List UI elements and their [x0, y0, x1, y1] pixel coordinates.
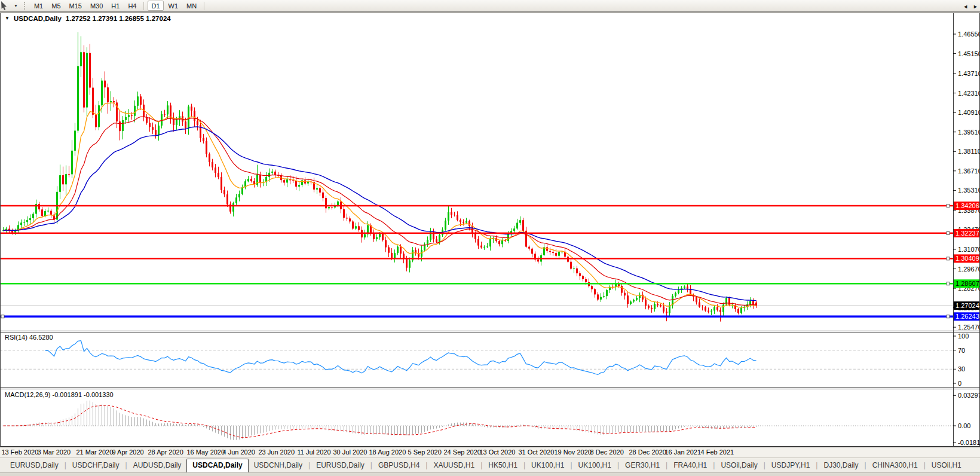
svg-text:1.25470: 1.25470	[958, 324, 980, 331]
svg-text:1.43710: 1.43710	[958, 70, 980, 77]
date-label: 5 Sep 2020	[408, 448, 442, 456]
timeframe-button-m5[interactable]: M5	[48, 1, 64, 11]
hline-1.34206[interactable]	[0, 205, 953, 207]
timeframe-button-m15[interactable]: M15	[66, 1, 85, 11]
price-tag-1.32237[interactable]: 1.32237	[954, 229, 979, 237]
date-label: 3 Mar 2020	[38, 448, 71, 456]
svg-text:1.38110: 1.38110	[958, 148, 980, 155]
chart-background	[0, 13, 980, 447]
date-label: 23 Jun 2020	[259, 448, 295, 456]
tab-scroll-left-icon[interactable]: ◄	[963, 4, 968, 10]
date-label: 4 Feb 2021	[701, 448, 734, 456]
date-label: 4 Jun 2020	[223, 448, 255, 456]
date-label: 16 May 2020	[187, 448, 225, 456]
timeframe-button-d1[interactable]: D1	[148, 1, 163, 11]
date-label: 18 Aug 2020	[369, 448, 406, 456]
svg-text:1.42310: 1.42310	[958, 90, 980, 97]
hline-handle[interactable]	[947, 205, 950, 208]
timeframe-button-mn[interactable]: MN	[183, 1, 200, 11]
price-tag-1.34206[interactable]: 1.34206	[954, 202, 979, 210]
chart-tab-usoil-h1[interactable]: USOil,H1	[926, 459, 967, 471]
svg-text:1.27024: 1.27024	[956, 302, 979, 309]
date-label: 13 Feb 2020	[2, 448, 39, 456]
svg-text:0.00: 0.00	[958, 422, 970, 429]
svg-text:100: 100	[958, 332, 969, 340]
toolbar-separator	[143, 2, 144, 10]
svg-text:0: 0	[958, 380, 961, 387]
chart-tab-usdcnh-daily[interactable]: USDCNH,Daily	[249, 459, 308, 471]
tab-scroll-right-icon[interactable]: ►	[973, 4, 978, 10]
date-label: 8 Dec 2020	[590, 448, 624, 456]
svg-text:1.36710: 1.36710	[958, 167, 980, 175]
timeframe-button-h4[interactable]: H4	[124, 1, 140, 11]
chart-tab-china300-h1[interactable]: CHINA300,H1	[867, 459, 923, 471]
toolbar-grip-handle[interactable]	[24, 2, 25, 10]
chart-tab-usdchf-daily[interactable]: USDCHF,Daily	[67, 459, 125, 471]
chart-tab-gbpusd-h4[interactable]: GBPUSD,H4	[373, 459, 425, 471]
chart-tab-usdjpy-h1[interactable]: USDJPY,H1	[766, 459, 815, 471]
hline-handle[interactable]	[1, 315, 4, 318]
chart-tab-usdcad-daily[interactable]: USDCAD,Daily	[186, 459, 248, 472]
svg-text:1.46550: 1.46550	[958, 30, 980, 38]
timeframe-button-m1[interactable]: M1	[30, 1, 47, 11]
date-label: 28 Dec 2020	[629, 448, 666, 456]
timeframe-toolbar: ▼ M1M5M15M30H1H4D1W1MN	[0, 0, 980, 12]
hline-1.30409[interactable]	[0, 258, 953, 260]
svg-text:1.28607: 1.28607	[956, 280, 979, 287]
toolbar-separator	[204, 2, 204, 10]
date-label: 16 Jan 2021	[665, 448, 702, 456]
cursor-tool-icon[interactable]	[1, 1, 13, 11]
chart-tab-eurusd-daily[interactable]: EURUSD,Daily	[5, 459, 64, 471]
svg-text:1.39510: 1.39510	[958, 129, 980, 136]
date-label: 19 Nov 2020	[555, 448, 592, 456]
chart-tab-usoil-daily[interactable]: USOil,Daily	[715, 459, 762, 471]
svg-text:1.40910: 1.40910	[958, 109, 980, 116]
date-label: 11 Jul 2020	[298, 448, 331, 456]
chart-tab-xauusd-h1[interactable]: XAUUSD,H1	[428, 459, 480, 471]
chart-tab-eurusd-daily[interactable]: EURUSD,Daily	[311, 459, 370, 471]
chart-tab-fra40-h1[interactable]: FRA40,H1	[668, 459, 712, 471]
timeframe-button-w1[interactable]: W1	[165, 1, 182, 11]
hline-handle[interactable]	[947, 282, 950, 285]
date-label: 21 Mar 2020	[76, 448, 114, 456]
chart-tab-audusd-daily[interactable]: AUDUSD,Daily	[128, 459, 187, 471]
svg-text:-0.018154: -0.018154	[958, 439, 980, 446]
window-bottom-strip	[0, 472, 980, 476]
hline-1.32237[interactable]	[0, 233, 953, 234]
svg-text:1.34206: 1.34206	[956, 202, 979, 209]
current-price-tag[interactable]: 1.27024	[954, 301, 979, 310]
date-label: 30 Jul 2020	[333, 448, 368, 456]
date-axis: 13 Feb 20203 Mar 202021 Mar 20209 Apr 20…	[0, 447, 980, 457]
hline-handle[interactable]	[947, 231, 950, 234]
price-chart-canvas[interactable]: 1.465501.451501.437101.423101.409101.395…	[0, 13, 980, 447]
svg-text:1.35310: 1.35310	[958, 187, 980, 194]
svg-text:30: 30	[958, 365, 965, 373]
date-label: 28 Apr 2020	[148, 448, 183, 456]
chart-tab-dj30-daily[interactable]: DJ30,Daily	[818, 459, 863, 471]
hline-1.26243[interactable]	[0, 316, 953, 318]
date-label: 9 Apr 2020	[112, 448, 144, 456]
chart-tabs-bar: EURUSD,Daily|USDCHF,Daily|AUDUSD,DailyUS…	[0, 457, 980, 472]
chart-window: 1.465501.451501.437101.423101.409101.395…	[0, 13, 980, 447]
svg-text:70: 70	[958, 347, 965, 354]
timeframe-button-h1[interactable]: H1	[108, 1, 123, 11]
hline-handle[interactable]	[947, 315, 950, 318]
tool-dropdown-icon[interactable]: ▼	[14, 4, 18, 8]
svg-text:1.31070: 1.31070	[958, 246, 980, 253]
hline-1.28607[interactable]	[0, 283, 953, 285]
tab-scroll-nav: ◄ ►	[963, 4, 978, 10]
chart-tab-ger30-h1[interactable]: GER30,H1	[620, 459, 665, 471]
chart-tab-hk50-h1[interactable]: HK50,H1	[483, 459, 523, 471]
date-label: 31 Oct 2020	[519, 448, 555, 456]
chart-tab-uk100-h1[interactable]: UK100,H1	[573, 459, 617, 471]
svg-text:1.32237: 1.32237	[956, 230, 979, 237]
svg-text:1.29670: 1.29670	[958, 266, 980, 273]
timeframe-button-m30[interactable]: M30	[87, 1, 106, 11]
price-tag-1.26243[interactable]: 1.26243	[954, 312, 979, 321]
chart-tab-uk100-h1[interactable]: UK100,H1	[526, 459, 569, 471]
svg-text:0.032972: 0.032972	[958, 392, 980, 399]
price-tag-1.30409[interactable]: 1.30409	[954, 254, 979, 263]
hline-handle[interactable]	[947, 257, 950, 260]
date-label: 13 Oct 2020	[480, 448, 516, 456]
price-tag-1.28607[interactable]: 1.28607	[954, 279, 979, 288]
